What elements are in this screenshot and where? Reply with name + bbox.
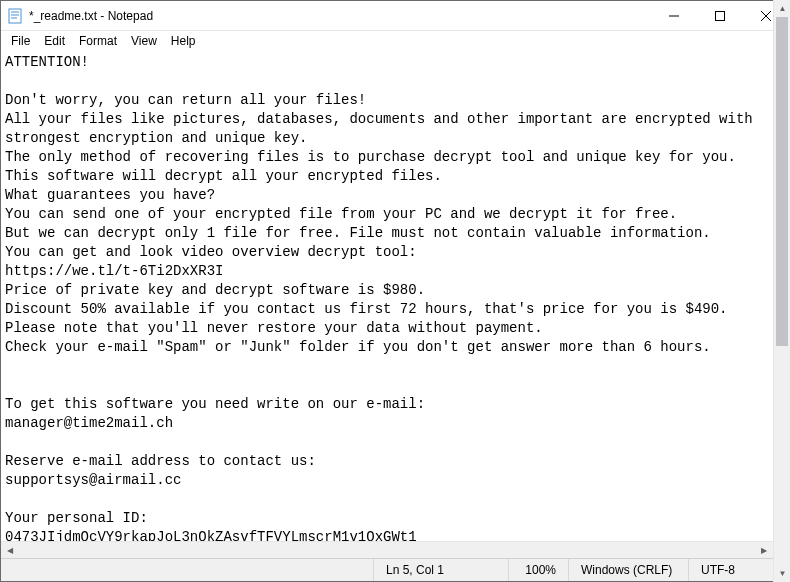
maximize-button[interactable] (697, 1, 743, 30)
minimize-button[interactable] (651, 1, 697, 30)
menu-view[interactable]: View (125, 33, 163, 49)
horizontal-scrollbar[interactable]: ◀ ▶ (1, 541, 789, 558)
scroll-track-v[interactable] (774, 51, 789, 558)
text-editor[interactable]: ATTENTION! Don't worry, you can return a… (1, 51, 789, 541)
titlebar: *_readme.txt - Notepad (1, 1, 789, 31)
menubar: File Edit Format View Help (1, 31, 789, 51)
window-title: *_readme.txt - Notepad (29, 9, 651, 23)
scroll-track-h[interactable] (18, 542, 755, 558)
svg-rect-0 (9, 9, 21, 23)
status-zoom: 100% (509, 559, 569, 581)
menu-edit[interactable]: Edit (38, 33, 71, 49)
status-line-ending: Windows (CRLF) (569, 559, 689, 581)
menu-help[interactable]: Help (165, 33, 202, 49)
content-wrap: ATTENTION! Don't worry, you can return a… (1, 51, 789, 558)
menu-format[interactable]: Format (73, 33, 123, 49)
statusbar: Ln 5, Col 1 100% Windows (CRLF) UTF-8 (1, 558, 789, 581)
text-column: ATTENTION! Don't worry, you can return a… (1, 51, 789, 558)
notepad-window: *_readme.txt - Notepad File Edit Format … (0, 0, 790, 582)
status-spacer (1, 559, 374, 581)
scroll-right-arrow-icon[interactable]: ▶ (755, 542, 772, 558)
scroll-left-arrow-icon[interactable]: ◀ (1, 542, 18, 558)
menu-file[interactable]: File (5, 33, 36, 49)
vertical-scrollbar[interactable]: ▲ ▼ (773, 51, 789, 558)
window-controls (651, 1, 789, 30)
notepad-icon (7, 8, 23, 24)
status-position: Ln 5, Col 1 (374, 559, 509, 581)
scroll-thumb[interactable] (776, 51, 788, 346)
svg-rect-5 (716, 11, 725, 20)
